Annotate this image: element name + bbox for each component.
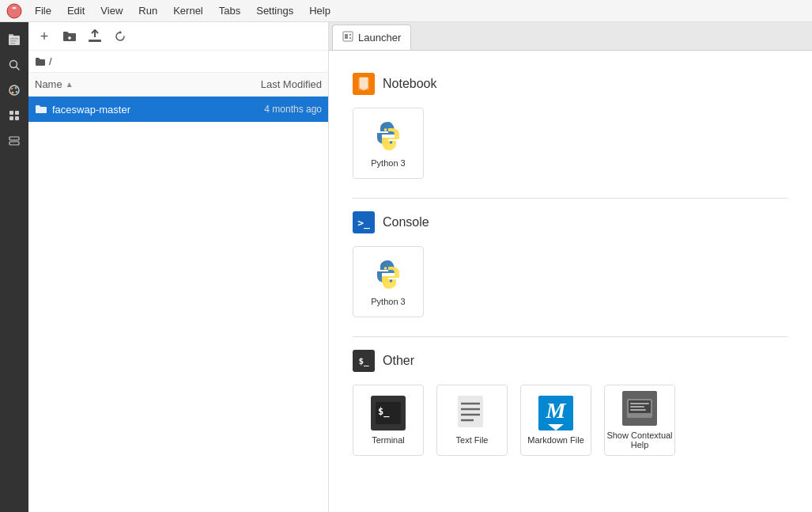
folder-icon — [35, 104, 47, 115]
svg-rect-25 — [349, 34, 351, 36]
sidebar-search-btn[interactable] — [3, 54, 25, 76]
terminal-card-icon: $_ — [371, 396, 406, 430]
upload-btn[interactable] — [85, 27, 104, 46]
python3-console-label: Python 3 — [371, 297, 405, 306]
notebook-cards: Python 3 — [353, 108, 788, 179]
icon-sidebar — [0, 22, 28, 512]
svg-rect-18 — [9, 142, 19, 145]
svg-rect-26 — [349, 37, 351, 39]
other-section-label: Other — [383, 354, 414, 368]
svg-rect-2 — [9, 34, 13, 36]
notebook-section-icon — [353, 73, 375, 95]
app-layout: + — [0, 22, 812, 512]
python-console-logo — [371, 257, 406, 292]
markdown-card[interactable]: M Markdown File — [520, 385, 591, 456]
launcher-tab-icon — [342, 31, 353, 44]
launcher-tab-label: Launcher — [358, 32, 401, 44]
menubar: File Edit View Run Kernel Tabs Settings … — [0, 0, 812, 22]
svg-point-12 — [12, 92, 14, 94]
svg-point-9 — [11, 88, 13, 90]
menu-run[interactable]: Run — [132, 3, 164, 18]
python-notebook-logo — [371, 119, 406, 154]
svg-point-8 — [9, 85, 19, 95]
textfile-card-label: Text File — [456, 435, 489, 445]
menu-settings[interactable]: Settings — [250, 3, 300, 18]
file-list: faceswap-master 4 months ago — [28, 97, 328, 512]
breadcrumb: / — [28, 51, 328, 73]
breadcrumb-path: / — [49, 55, 52, 67]
notebook-section-label: Notebook — [383, 77, 437, 91]
tab-bar: Launcher — [329, 22, 812, 51]
file-panel: + — [28, 22, 329, 512]
new-file-btn[interactable]: + — [35, 27, 54, 46]
textfile-card[interactable]: Text File — [436, 385, 508, 456]
console-section-label: Console — [383, 215, 429, 229]
contextual-help-card[interactable]: Show Contextual Help — [604, 385, 675, 456]
terminal-card-label: Terminal — [372, 435, 405, 445]
menu-tabs[interactable]: Tabs — [213, 3, 247, 18]
refresh-btn[interactable] — [111, 27, 130, 46]
menu-help[interactable]: Help — [303, 3, 337, 18]
svg-line-7 — [17, 67, 20, 70]
contextual-help-card-label: Show Contextual Help — [605, 430, 674, 449]
column-modified-header[interactable]: Last Modified — [211, 78, 322, 90]
svg-rect-5 — [10, 43, 15, 44]
menu-edit[interactable]: Edit — [61, 3, 91, 18]
other-section-header: $_ Other — [353, 350, 788, 372]
sort-indicator: ▲ — [66, 80, 74, 89]
svg-rect-15 — [9, 116, 13, 120]
svg-point-0 — [7, 4, 21, 18]
breadcrumb-folder-icon — [35, 57, 46, 66]
svg-rect-17 — [9, 137, 19, 140]
file-row[interactable]: faceswap-master 4 months ago — [28, 97, 328, 122]
file-name-label: faceswap-master — [52, 104, 130, 116]
file-name-cell: faceswap-master — [35, 104, 211, 116]
section-divider-2 — [353, 336, 788, 337]
app-logo — [6, 3, 22, 19]
svg-rect-37 — [458, 396, 483, 427]
python3-notebook-card[interactable]: Python 3 — [353, 108, 424, 179]
svg-rect-21 — [89, 40, 101, 42]
other-section-icon: $_ — [353, 350, 375, 372]
notebook-section-header: Notebook — [353, 73, 788, 95]
python3-console-card[interactable]: Python 3 — [353, 246, 424, 317]
file-modified-cell: 4 months ago — [211, 104, 322, 115]
svg-point-31 — [384, 128, 387, 131]
terminal-card[interactable]: $_ Terminal — [353, 385, 424, 456]
sidebar-tabs-btn[interactable] — [3, 130, 25, 152]
sidebar-extensions-btn[interactable] — [3, 104, 25, 127]
help-card-icon — [622, 391, 657, 426]
svg-rect-13 — [9, 111, 13, 115]
svg-rect-48 — [630, 403, 649, 404]
launcher-content: Notebook — [329, 51, 812, 512]
svg-rect-49 — [630, 406, 644, 408]
svg-point-33 — [384, 267, 387, 270]
svg-rect-4 — [10, 40, 17, 42]
column-name-header[interactable]: Name ▲ — [35, 78, 211, 90]
markdown-card-label: Markdown File — [527, 435, 584, 445]
menu-view[interactable]: View — [94, 3, 129, 18]
new-folder-btn[interactable] — [60, 27, 79, 46]
python3-notebook-label: Python 3 — [371, 158, 405, 168]
file-toolbar: + — [28, 22, 328, 51]
main-area: Launcher Notebook — [329, 22, 812, 512]
svg-text:$_: $_ — [378, 406, 390, 418]
section-divider-1 — [353, 198, 788, 199]
sidebar-palette-btn[interactable] — [3, 79, 25, 101]
console-section-icon: >_ — [353, 211, 375, 233]
launcher-tab[interactable]: Launcher — [332, 25, 411, 50]
svg-point-11 — [16, 91, 18, 93]
menu-kernel[interactable]: Kernel — [167, 3, 210, 18]
svg-rect-14 — [15, 111, 19, 115]
svg-point-32 — [390, 141, 393, 144]
svg-point-34 — [390, 279, 393, 283]
console-cards: Python 3 — [353, 246, 788, 317]
svg-text:M: M — [546, 398, 567, 423]
sidebar-files-btn[interactable] — [3, 28, 25, 51]
console-section-header: >_ Console — [353, 211, 788, 233]
file-list-header: Name ▲ Last Modified — [28, 73, 328, 97]
svg-rect-3 — [10, 38, 18, 40]
svg-rect-24 — [345, 34, 348, 39]
markdown-card-icon: M — [538, 396, 573, 430]
menu-file[interactable]: File — [28, 3, 58, 18]
